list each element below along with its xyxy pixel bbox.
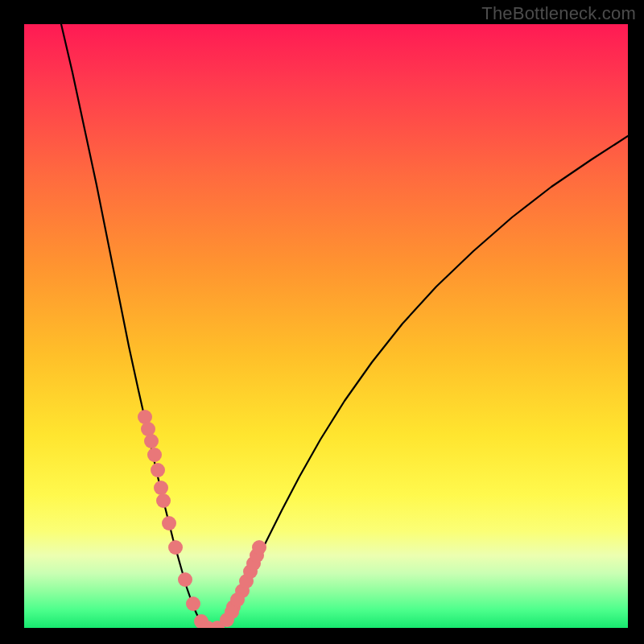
data-marker [230,592,245,607]
plot-area [24,24,628,628]
chart-svg [24,24,628,628]
data-marker [178,572,192,587]
bottleneck-curve-right [221,136,628,628]
data-marker [151,463,165,477]
watermark-text: TheBottleneck.com [481,3,636,24]
data-marker [168,540,183,555]
data-markers [138,410,266,628]
data-marker [186,597,200,611]
data-marker [162,516,176,530]
data-marker [252,540,266,555]
data-marker [156,493,171,508]
data-marker [154,481,168,495]
chart-frame: TheBottleneck.com [0,0,644,644]
bottleneck-curve-left [61,24,206,628]
data-marker [144,434,159,448]
data-marker [147,448,162,462]
